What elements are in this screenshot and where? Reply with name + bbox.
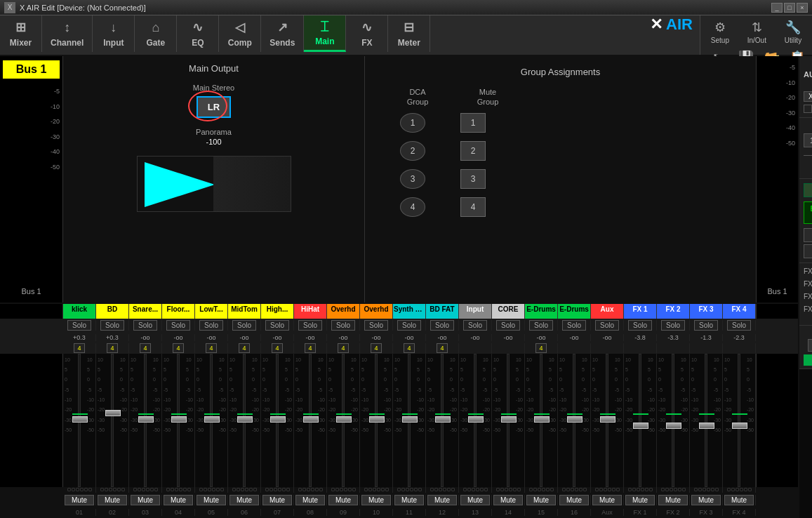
solo-btn-13[interactable]: Solo — [496, 320, 520, 331]
dca-group-btn-2[interactable]: 2 — [400, 141, 425, 161]
channel-label-20[interactable]: FX 4 — [723, 304, 756, 319]
solo-btn-17[interactable]: Solo — [628, 320, 652, 331]
mute-btn-7[interactable]: Mute — [295, 495, 325, 505]
solo-btn-2[interactable]: Solo — [133, 320, 157, 331]
mute-btn-6[interactable]: Mute — [262, 495, 292, 505]
solo-btn-18[interactable]: Solo — [661, 320, 685, 331]
channel-label-13[interactable]: CORE — [492, 304, 525, 319]
channel-label-4[interactable]: LowT... — [195, 304, 228, 319]
fader-knob-15[interactable] — [567, 416, 583, 423]
gain-btn-5[interactable]: 4 — [239, 343, 249, 353]
dca-group-btn-4[interactable]: 4 — [400, 197, 425, 217]
mute-btn-14[interactable]: Mute — [526, 495, 556, 505]
channel-label-8[interactable]: Overhd — [327, 304, 360, 319]
channel-label-3[interactable]: Floor... — [162, 304, 195, 319]
mute-btn-16[interactable]: Mute — [592, 495, 622, 505]
fader-knob-17[interactable] — [633, 423, 648, 429]
inout-button[interactable]: ⇅ In/Out — [743, 17, 771, 47]
dca-num-1[interactable]: 1 — [804, 133, 812, 147]
bus1-label-badge[interactable]: Bus 1 — [3, 60, 60, 79]
gain-btn-6[interactable]: 4 — [272, 343, 282, 353]
fader-knob-7[interactable] — [303, 416, 319, 423]
solo-btn-14[interactable]: Solo — [529, 320, 553, 331]
utility-button[interactable]: 🔧 Utility — [780, 17, 806, 47]
solo-btn-19[interactable]: Solo — [694, 320, 718, 331]
gain-btn-9[interactable]: 4 — [371, 343, 381, 353]
fader-knob-10[interactable] — [402, 416, 418, 423]
fader-knob-4[interactable] — [204, 416, 220, 423]
mute-btn-18[interactable]: Mute — [658, 495, 688, 505]
fader-knob-8[interactable] — [336, 416, 352, 423]
mute-btn-1[interactable]: Mute — [98, 495, 127, 505]
channel-label-9[interactable]: Overhd — [360, 304, 393, 319]
gain-btn-7[interactable]: 4 — [305, 343, 315, 353]
tab-channel[interactable]: ↕ Channel — [42, 15, 93, 52]
gain-btn-8[interactable]: 4 — [338, 343, 348, 353]
tab-fx[interactable]: ∿ FX — [346, 15, 388, 52]
gain-btn-1[interactable]: 4 — [107, 343, 117, 353]
bus3-button[interactable]: Bus 3 — [804, 228, 812, 242]
gain-btn-2[interactable]: 4 — [140, 343, 150, 353]
fader-knob-12[interactable] — [468, 416, 484, 423]
mute-btn-4[interactable]: Mute — [197, 495, 226, 505]
mute-btn-10[interactable]: Mute — [394, 495, 424, 505]
gain-btn-4[interactable]: 4 — [206, 343, 216, 353]
maximize-button[interactable]: □ — [784, 3, 795, 13]
channel-label-5[interactable]: MidTom — [228, 304, 261, 319]
channel-label-14[interactable]: E-Drums — [525, 304, 558, 319]
gain-btn-3[interactable]: 4 — [173, 343, 183, 353]
mute-group-1[interactable]: 1 — [808, 339, 813, 352]
solo-btn-12[interactable]: Solo — [463, 320, 487, 331]
channel-label-6[interactable]: High... — [261, 304, 294, 319]
channel-label-16[interactable]: Aux — [591, 304, 624, 319]
solo-btn-7[interactable]: Solo — [298, 320, 322, 331]
dca-group-btn-1[interactable]: 1 — [400, 113, 425, 133]
solo-btn-5[interactable]: Solo — [232, 320, 256, 331]
solo-btn-15[interactable]: Solo — [562, 320, 586, 331]
minimize-button[interactable]: _ — [771, 3, 783, 13]
fader-knob-5[interactable] — [237, 416, 253, 423]
mute-btn-13[interactable]: Mute — [493, 495, 523, 505]
dca-group-btn-3[interactable]: 3 — [400, 169, 425, 189]
channel-label-11[interactable]: BD FAT — [426, 304, 459, 319]
solo-btn-20[interactable]: Solo — [727, 320, 751, 331]
setup-button[interactable]: ⚙ Setup — [707, 17, 733, 47]
mute-btn-20[interactable]: Mute — [724, 495, 754, 505]
solo-btn-1[interactable]: Solo — [100, 320, 124, 331]
fader-knob-19[interactable] — [699, 423, 714, 429]
mute-group-btn-3[interactable]: 3 — [460, 169, 486, 189]
channel-label-0[interactable]: klick — [63, 304, 96, 319]
bus1-mute-label[interactable]: Bus 1 — [804, 354, 812, 366]
mute-btn-17[interactable]: Mute — [625, 495, 655, 505]
gain-btn-11[interactable]: 4 — [437, 343, 447, 353]
tab-sends[interactable]: ↗ Sends — [261, 15, 304, 52]
mute-btn-8[interactable]: Mute — [328, 495, 358, 505]
fader-knob-13[interactable] — [501, 416, 517, 423]
fader-knob-0[interactable] — [72, 416, 88, 423]
bus5-button[interactable]: Bus 5 — [804, 244, 812, 258]
tab-eq[interactable]: ∿ EQ — [177, 15, 219, 52]
gain-btn-10[interactable]: 4 — [404, 343, 414, 353]
tab-meter[interactable]: ⊟ Meter — [388, 15, 430, 52]
tab-comp[interactable]: ◁ Comp — [219, 15, 261, 52]
channel-label-17[interactable]: FX 1 — [624, 304, 657, 319]
channel-label-19[interactable]: FX 3 — [690, 304, 723, 319]
mute-btn-5[interactable]: Mute — [229, 495, 259, 505]
tab-mixer[interactable]: ⊞ Mixer — [0, 15, 42, 52]
fader-knob-3[interactable] — [171, 416, 187, 423]
solo-btn-16[interactable]: Solo — [595, 320, 619, 331]
lr-button[interactable]: LR — [197, 96, 231, 118]
gain-btn-14[interactable]: 4 — [535, 343, 546, 353]
close-button[interactable]: × — [797, 3, 808, 13]
solo-btn-0[interactable]: Solo — [67, 320, 91, 331]
channel-label-15[interactable]: E-Drums — [558, 304, 591, 319]
fader-knob-2[interactable] — [138, 416, 154, 423]
automix-x-btn[interactable]: X — [804, 91, 812, 102]
channel-label-12[interactable]: Input — [459, 304, 492, 319]
channel-label-2[interactable]: Snare... — [129, 304, 162, 319]
fader-knob-11[interactable] — [435, 416, 451, 423]
solo-btn-9[interactable]: Solo — [364, 320, 388, 331]
solo-btn-4[interactable]: Solo — [199, 320, 223, 331]
mute-group-btn-2[interactable]: 2 — [460, 141, 486, 161]
mute-btn-9[interactable]: Mute — [361, 495, 391, 505]
